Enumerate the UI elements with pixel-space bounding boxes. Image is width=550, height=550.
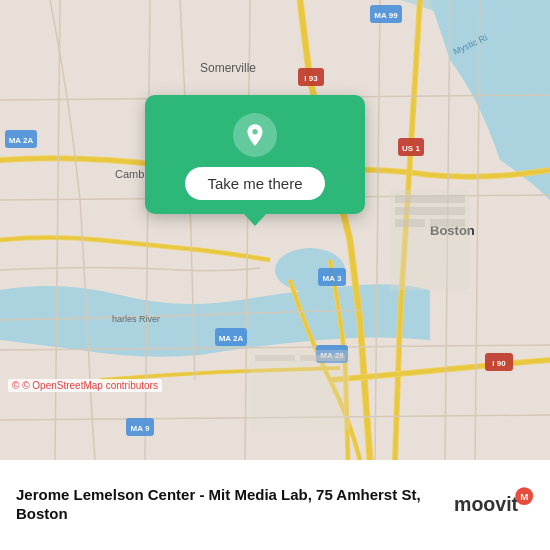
svg-text:MA 99: MA 99 xyxy=(374,11,398,20)
svg-rect-38 xyxy=(395,219,425,227)
svg-text:MA 3: MA 3 xyxy=(323,274,342,283)
bottom-info-bar: Jerome Lemelson Center - Mit Media Lab, … xyxy=(0,460,550,550)
svg-rect-36 xyxy=(395,195,465,203)
moovit-logo: moovit M xyxy=(454,486,534,524)
svg-text:MA 2A: MA 2A xyxy=(9,136,34,145)
popup-card: Take me there xyxy=(145,95,365,214)
svg-rect-39 xyxy=(430,219,465,227)
svg-text:US 1: US 1 xyxy=(402,144,420,153)
map-view: MA 2A MA 2A MA 99 I 93 US 1 MA 3 MA 28 I… xyxy=(0,0,550,460)
copyright-symbol: © xyxy=(12,380,19,391)
svg-rect-41 xyxy=(255,355,295,361)
svg-rect-42 xyxy=(300,355,345,361)
svg-text:M: M xyxy=(520,491,528,502)
svg-text:moovit: moovit xyxy=(454,493,519,515)
place-info: Jerome Lemelson Center - Mit Media Lab, … xyxy=(16,485,442,526)
svg-text:MA 2A: MA 2A xyxy=(219,334,244,343)
svg-rect-37 xyxy=(395,207,465,215)
svg-rect-40 xyxy=(250,350,350,430)
svg-text:MA 9: MA 9 xyxy=(131,424,150,433)
map-attribution: © © OpenStreetMap contributors xyxy=(8,379,162,392)
svg-text:Somerville: Somerville xyxy=(200,61,256,75)
take-me-there-button[interactable]: Take me there xyxy=(185,167,324,200)
svg-rect-35 xyxy=(390,190,470,290)
moovit-logo-svg: moovit M xyxy=(454,486,534,524)
location-pin-icon xyxy=(242,122,268,148)
svg-text:I 90: I 90 xyxy=(492,359,506,368)
location-icon-container xyxy=(233,113,277,157)
place-name: Jerome Lemelson Center - Mit Media Lab, … xyxy=(16,485,442,524)
svg-text:I 93: I 93 xyxy=(304,74,318,83)
svg-text:harles River: harles River xyxy=(112,314,160,324)
